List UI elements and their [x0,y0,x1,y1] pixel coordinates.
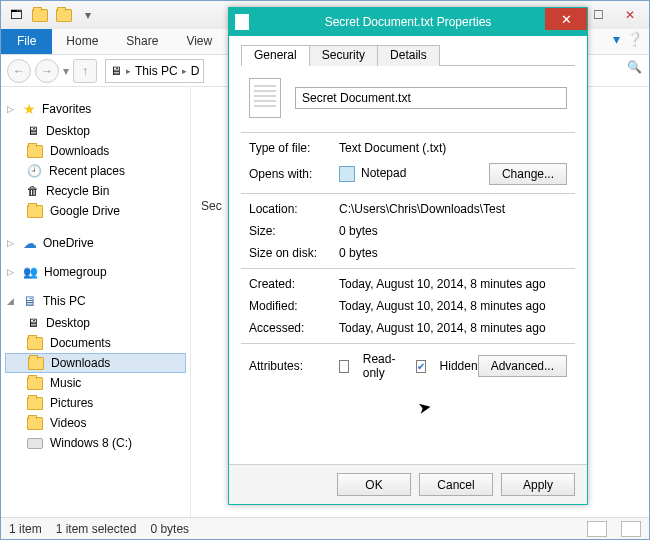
location-label: Location: [249,202,339,216]
modified-label: Modified: [249,299,339,313]
thispc-group[interactable]: ◢🖥This PC [7,293,186,309]
typeoffile-value: Text Document (.txt) [339,141,567,155]
new-folder-icon[interactable] [31,6,49,24]
up-button[interactable]: ↑ [73,59,97,83]
change-button[interactable]: Change... [489,163,567,185]
tab-security[interactable]: Security [309,45,378,66]
qat-dropdown-icon[interactable]: ▾ [79,6,97,24]
nav-pc-desktop[interactable]: 🖥Desktop [5,313,186,333]
nav-downloads[interactable]: Downloads [5,141,186,161]
breadcrumb[interactable]: 🖥 ▸ This PC ▸ D [105,59,204,83]
recent-locations-icon[interactable]: ▾ [63,64,69,78]
attributes-label: Attributes: [249,359,339,373]
tab-details[interactable]: Details [377,45,440,66]
forward-button[interactable]: → [35,59,59,83]
filename-field[interactable] [295,87,567,109]
created-label: Created: [249,277,339,291]
help-icon[interactable]: ❔ [626,31,643,47]
folder-icon [27,145,43,158]
details-view-button[interactable] [587,521,607,537]
onedrive-group[interactable]: ▷☁OneDrive [7,235,186,251]
pc-icon: 🖥 [23,293,37,309]
sizeondisk-value: 0 bytes [339,246,567,260]
typeoffile-label: Type of file: [249,141,339,155]
accessed-value: Today, August 10, 2014, 8 minutes ago [339,321,567,335]
dialog-footer: OK Cancel Apply [229,464,587,504]
properties-dialog: Secret Document.txt Properties ✕ General… [228,7,588,505]
file-item[interactable]: Sec [201,199,222,213]
ok-button[interactable]: OK [337,473,411,496]
sizeondisk-label: Size on disk: [249,246,339,260]
window-close-button[interactable]: ✕ [617,6,643,24]
close-button[interactable]: ✕ [545,8,587,30]
cancel-button[interactable]: Cancel [419,473,493,496]
status-selected: 1 item selected [56,522,137,536]
folder-icon [28,357,44,370]
properties-icon[interactable]: 🗔 [7,6,25,24]
favorites-group[interactable]: ▷★Favorites [7,101,186,117]
advanced-button[interactable]: Advanced... [478,355,567,377]
nav-desktop[interactable]: 🖥Desktop [5,121,186,141]
chevron-right-icon[interactable]: ▸ [126,66,131,76]
status-size: 0 bytes [150,522,189,536]
nav-gdrive[interactable]: Google Drive [5,201,186,221]
dialog-title: Secret Document.txt Properties [325,15,492,29]
status-items: 1 item [9,522,42,536]
favorites-label: Favorites [42,102,91,116]
search-icon[interactable]: 🔍 [627,60,642,74]
readonly-label: Read-only [363,352,402,380]
tab-home[interactable]: Home [52,29,112,54]
folder-icon [27,205,43,218]
size-value: 0 bytes [339,224,567,238]
nav-pc-downloads[interactable]: Downloads [5,353,186,373]
desktop-icon: 🖥 [27,124,39,138]
back-button[interactable]: ← [7,59,31,83]
homegroup-group[interactable]: ▷👥Homegroup [7,265,186,279]
icons-view-button[interactable] [621,521,641,537]
tab-view[interactable]: View [172,29,226,54]
status-bar: 1 item 1 item selected 0 bytes [1,517,649,539]
expand-ribbon-icon[interactable]: ▾ [613,31,620,47]
desktop-icon: 🖥 [27,316,39,330]
created-value: Today, August 10, 2014, 8 minutes ago [339,277,567,291]
tab-file[interactable]: File [1,29,52,54]
hidden-label: Hidden [440,359,478,373]
nav-pc-cdrive[interactable]: Windows 8 (C:) [5,433,186,453]
size-label: Size: [249,224,339,238]
nav-recycle[interactable]: 🗑Recycle Bin [5,181,186,201]
ribbon-help: ▾ ❔ [613,31,643,47]
maximize-button[interactable]: ☐ [585,6,611,24]
nav-pc-pictures[interactable]: Pictures [5,393,186,413]
nav-recent[interactable]: 🕘Recent places [5,161,186,181]
apply-button[interactable]: Apply [501,473,575,496]
hidden-checkbox[interactable]: ✔ [416,360,426,373]
navigation-pane: ▷★Favorites 🖥Desktop Downloads 🕘Recent p… [1,87,191,517]
openswith-value: Notepad [339,166,489,182]
accessed-label: Accessed: [249,321,339,335]
location-value: C:\Users\Chris\Downloads\Test [339,202,567,216]
nav-pc-music[interactable]: Music [5,373,186,393]
modified-value: Today, August 10, 2014, 8 minutes ago [339,299,567,313]
folder-icon [27,397,43,410]
nav-pc-videos[interactable]: Videos [5,413,186,433]
recycle-icon: 🗑 [27,184,39,198]
breadcrumb-segment[interactable]: D [191,64,200,78]
folder-icon [27,377,43,390]
tab-general[interactable]: General [241,45,310,66]
chevron-right-icon[interactable]: ▸ [182,66,187,76]
breadcrumb-this-pc[interactable]: This PC [135,64,178,78]
openswith-label: Opens with: [249,167,339,181]
homegroup-icon: 👥 [23,265,38,279]
dialog-tabs: General Security Details [241,44,575,66]
tab-share[interactable]: Share [112,29,172,54]
open-folder-icon[interactable] [55,6,73,24]
document-icon [235,14,249,30]
drive-icon [27,438,43,449]
nav-pc-documents[interactable]: Documents [5,333,186,353]
dialog-titlebar[interactable]: Secret Document.txt Properties ✕ [229,8,587,36]
cloud-icon: ☁ [23,235,37,251]
readonly-checkbox[interactable] [339,360,349,373]
folder-icon [27,337,43,350]
recent-icon: 🕘 [27,164,42,178]
notepad-icon [339,166,355,182]
